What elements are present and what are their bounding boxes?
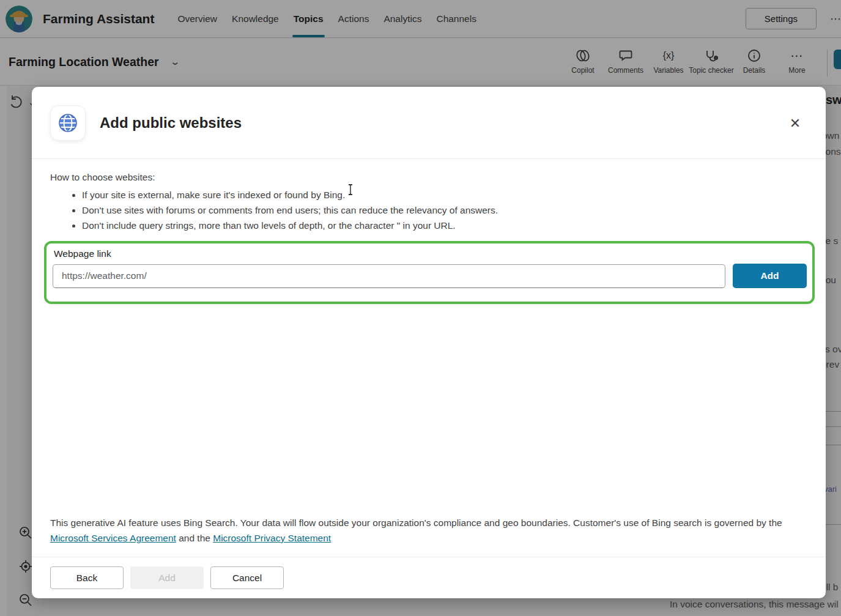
webpage-link-row: Add xyxy=(53,264,807,288)
webpage-link-highlight: Webpage link Add xyxy=(44,241,815,304)
close-icon[interactable]: ✕ xyxy=(787,115,804,132)
howto-bullet: Don't include query strings, more than t… xyxy=(82,218,807,233)
globe-icon xyxy=(56,111,80,135)
dialog-body: How to choose websites: If your site is … xyxy=(32,159,826,557)
howto-bullet: If your site is external, make sure it's… xyxy=(82,187,807,202)
bing-disclaimer: This generative AI feature uses Bing Sea… xyxy=(50,515,783,546)
dialog-header: Add public websites ✕ xyxy=(32,87,826,159)
disclaimer-text: This generative AI feature uses Bing Sea… xyxy=(50,518,782,528)
privacy-statement-link[interactable]: Microsoft Privacy Statement xyxy=(213,533,331,543)
webpage-link-input[interactable] xyxy=(53,264,725,288)
disclaimer-text: and the xyxy=(176,533,213,543)
add-url-button[interactable]: Add xyxy=(733,264,807,288)
globe-tile xyxy=(50,105,86,141)
add-button-disabled[interactable]: Add xyxy=(130,566,204,589)
services-agreement-link[interactable]: Microsoft Services Agreement xyxy=(50,533,176,543)
cancel-button[interactable]: Cancel xyxy=(210,566,284,589)
dialog-footer: Back Add Cancel xyxy=(32,557,826,598)
back-button[interactable]: Back xyxy=(50,566,124,589)
webpage-link-label: Webpage link xyxy=(53,248,807,259)
howto-list: If your site is external, make sure it's… xyxy=(50,187,807,233)
add-public-websites-dialog: Add public websites ✕ How to choose webs… xyxy=(32,87,826,598)
howto-bullet: Don't use sites with forums or comments … xyxy=(82,202,807,218)
howto-heading: How to choose websites: xyxy=(50,172,807,183)
dialog-title: Add public websites xyxy=(100,114,242,132)
screen: Farming Assistant Overview Knowledge Top… xyxy=(0,0,841,616)
